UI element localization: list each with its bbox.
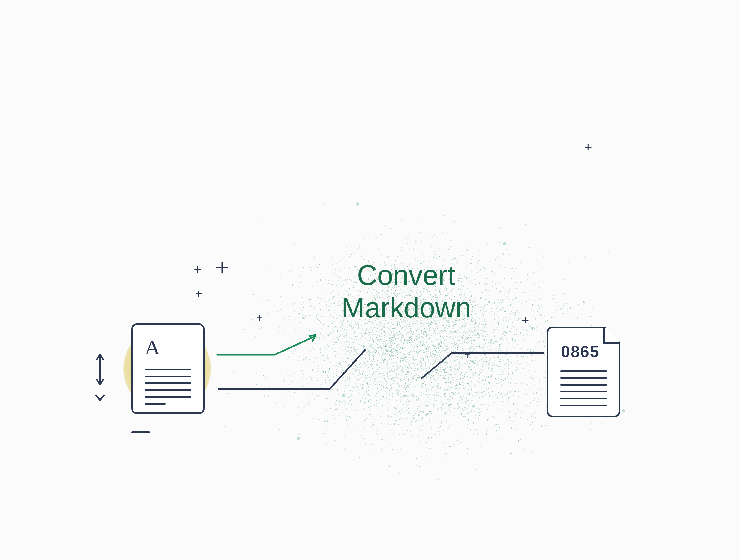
- document-lines: [560, 370, 607, 411]
- plus-icon: +: [194, 263, 202, 276]
- document-lines: [145, 369, 191, 410]
- plus-icon: +: [256, 312, 263, 324]
- plus-icon: +: [464, 349, 471, 361]
- plus-icon: +: [584, 141, 592, 154]
- source-document-icon: A: [131, 323, 205, 414]
- sparkle-icon: [216, 261, 229, 275]
- diagram-title: Convert Markdown: [319, 259, 494, 324]
- target-document-label: 0865: [561, 342, 600, 361]
- svg-point-0: [221, 267, 223, 268]
- source-document-label: A: [145, 335, 160, 360]
- plus-icon: +: [522, 314, 529, 326]
- title-line-1: Convert: [319, 259, 494, 292]
- minus-icon: [131, 431, 150, 434]
- resize-handle-icon: [92, 350, 108, 403]
- title-line-2: Markdown: [319, 292, 494, 324]
- target-document-icon: 0865: [547, 326, 620, 417]
- plus-icon: +: [195, 287, 202, 299]
